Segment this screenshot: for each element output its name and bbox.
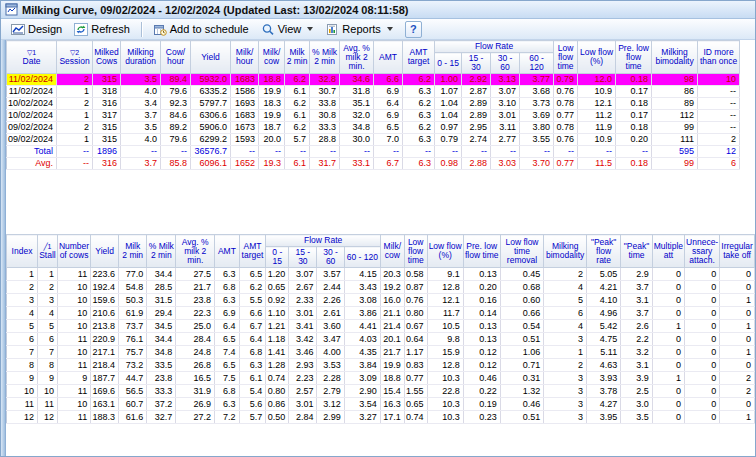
cell-low_flow_time[interactable]: 0.74	[404, 411, 427, 424]
cell-low_flow_time_removal[interactable]: 0.51	[500, 411, 544, 424]
cell-id_more_than_once[interactable]: 2	[698, 134, 740, 146]
cell-milk_2min[interactable]: 76.1	[119, 333, 147, 346]
stall-row[interactable]: 999187.744.723.816.57.56.10.742.232.283.…	[7, 372, 755, 385]
session-row[interactable]: 10/02/202423163.492.35797.7169318.36.233…	[7, 98, 740, 110]
cell-milking_bimodality[interactable]: 99	[652, 122, 698, 134]
cell-unnecessary_attach[interactable]: 0	[685, 398, 720, 411]
cell-multiple_att[interactable]: 0	[652, 333, 684, 346]
cell-avg_pct_milk_2min[interactable]: 26.8	[176, 359, 215, 372]
col-header-yield[interactable]: Yield	[191, 41, 231, 74]
cell-low_flow_time_removal[interactable]: 0.68	[500, 281, 544, 294]
cell-peak_time[interactable]: 3.1	[621, 359, 653, 372]
col-header-milking_bimodality[interactable]: Milking bimodality	[652, 41, 698, 74]
cell-pre_low_flow_time[interactable]: 0.18	[616, 122, 652, 134]
cell-milk_2min[interactable]: 6.2	[285, 122, 310, 134]
cell-low_flow_time_removal[interactable]: 0.54	[500, 320, 544, 333]
cell-low_flow_time[interactable]: 0.87	[404, 281, 427, 294]
cell-milk_cow[interactable]: 20.0	[259, 134, 285, 146]
cell-milked_cows[interactable]: 317	[93, 110, 121, 122]
cell-irregular_take_off[interactable]: 0	[720, 268, 755, 281]
cell-irregular_take_off[interactable]: 0	[720, 359, 755, 372]
cell-amt_target[interactable]: 6.2	[239, 281, 266, 294]
cell-pct_milk_2min[interactable]: 23.8	[147, 372, 176, 385]
cell-amt[interactable]: 7.4	[215, 346, 240, 359]
cell-number_of_cows[interactable]: 11	[57, 411, 90, 424]
cell-id_more_than_once[interactable]: --	[698, 110, 740, 122]
cell-low_flow_time[interactable]: 0.76	[404, 294, 427, 307]
cell-number_of_cows[interactable]: 11	[57, 359, 90, 372]
cell-avg_pct_milk_2min[interactable]: 26.9	[176, 398, 215, 411]
cell-low_flow_pct[interactable]: 11.2	[578, 110, 616, 122]
cell-milking_bimodality[interactable]: 1	[544, 346, 587, 359]
cell-stall[interactable]: 10	[37, 385, 57, 398]
cell-session[interactable]: 1	[57, 110, 93, 122]
cell-fr_30_60[interactable]: 2.28	[317, 372, 344, 385]
cell-number_of_cows[interactable]: 10	[57, 398, 90, 411]
cell-stall[interactable]: 8	[37, 359, 57, 372]
cell-milk_cow[interactable]: 20.1	[380, 333, 404, 346]
cell-multiple_att[interactable]: 0	[652, 307, 684, 320]
cell-fr_30_60[interactable]: 2.61	[317, 307, 344, 320]
cell-session[interactable]: 2	[57, 122, 93, 134]
cell-yield[interactable]: 169.6	[91, 385, 119, 398]
cell-avg_pct_milk_2min[interactable]: 23.8	[176, 294, 215, 307]
cell-unnecessary_attach[interactable]: 0	[685, 346, 720, 359]
cell-yield[interactable]: 213.8	[91, 320, 119, 333]
cell-fr_15_30[interactable]: 2.95	[462, 122, 491, 134]
cell-low_flow_time[interactable]: 0.83	[404, 359, 427, 372]
cell-amt[interactable]: 6.5	[215, 359, 240, 372]
cell-peak_time[interactable]: 3.1	[621, 294, 653, 307]
cell-amt[interactable]: 7.2	[215, 411, 240, 424]
cell-index[interactable]: 11	[7, 398, 38, 411]
cell-index[interactable]: 5	[7, 320, 38, 333]
cell-pct_milk_2min[interactable]: 34.5	[147, 320, 176, 333]
cell-low_flow_time[interactable]: 0.58	[404, 268, 427, 281]
cell-pre_low_flow_time[interactable]: 0.14	[463, 307, 500, 320]
col-header-peak_flow_rate[interactable]: "Peak" flow rate	[587, 235, 621, 268]
cell-amt_target[interactable]: 6.7	[239, 320, 266, 333]
cell-peak_flow_rate[interactable]: 4.96	[587, 307, 621, 320]
cell-amt[interactable]: 6.3	[215, 294, 240, 307]
cell-fr_0_15[interactable]: 1.18	[266, 333, 289, 346]
cell-amt_target[interactable]: 6.3	[239, 359, 266, 372]
cell-cow_hour[interactable]: 79.6	[161, 134, 191, 146]
cell-yield[interactable]: 220.9	[91, 333, 119, 346]
cell-fr_0_15[interactable]: 0.74	[266, 372, 289, 385]
cell-fr_60_120[interactable]: 3.77	[520, 74, 554, 86]
cell-number_of_cows[interactable]: 10	[57, 294, 90, 307]
cell-peak_flow_rate[interactable]: 3.93	[587, 372, 621, 385]
cell-low_flow_time[interactable]: 0.65	[404, 398, 427, 411]
cell-amt[interactable]: 6.9	[374, 110, 403, 122]
cell-milk_hour[interactable]: 1693	[231, 98, 259, 110]
cell-irregular_take_off[interactable]: 0	[720, 398, 755, 411]
cell-yield[interactable]: 192.4	[91, 281, 119, 294]
cell-fr_15_30[interactable]: 2.89	[462, 110, 491, 122]
cell-amt[interactable]: 6.4	[374, 98, 403, 110]
cell-pct_milk_2min[interactable]: 32.7	[147, 411, 176, 424]
col-header-low_flow_time_removal[interactable]: Low flow time removal	[500, 235, 544, 268]
cell-milking_bimodality[interactable]: 2	[544, 268, 587, 281]
cell-fr_0_15[interactable]: 1.07	[435, 86, 462, 98]
cell-peak_flow_rate[interactable]: 3.95	[587, 411, 621, 424]
cell-milk_cow[interactable]: 18.8	[380, 372, 404, 385]
cell-fr_60_120[interactable]: 3.43	[344, 281, 380, 294]
cell-avg_pct_milk_2min[interactable]: 22.3	[176, 307, 215, 320]
cell-avg_pct_milk_2min[interactable]: 30.0	[340, 134, 374, 146]
session-row[interactable]: 09/02/202413154.079.66299.2159320.05.728…	[7, 134, 740, 146]
cell-amt_target[interactable]: 6.4	[239, 333, 266, 346]
cell-amt_target[interactable]: 6.3	[403, 110, 435, 122]
cell-low_flow_pct[interactable]: 10.9	[578, 86, 616, 98]
col-header-amt[interactable]: AMT	[215, 235, 240, 268]
cell-session[interactable]: 1	[57, 134, 93, 146]
cell-pct_milk_2min[interactable]: 34.4	[147, 268, 176, 281]
cell-pct_milk_2min[interactable]: 30.8	[310, 110, 340, 122]
cell-milk_cow[interactable]: 18.3	[259, 98, 285, 110]
cell-low_flow_pct[interactable]: 9.8	[427, 333, 463, 346]
cell-yield[interactable]: 218.4	[91, 359, 119, 372]
cell-fr_60_120[interactable]: 4.41	[344, 320, 380, 333]
cell-amt[interactable]: 7.0	[374, 134, 403, 146]
cell-pct_milk_2min[interactable]: 28.5	[147, 281, 176, 294]
col-header-fr_60_120[interactable]: 60 - 120	[520, 53, 554, 74]
cell-low_flow_pct[interactable]: 12.0	[578, 74, 616, 86]
col-header-fr_15_30[interactable]: 15 - 30	[289, 247, 317, 268]
